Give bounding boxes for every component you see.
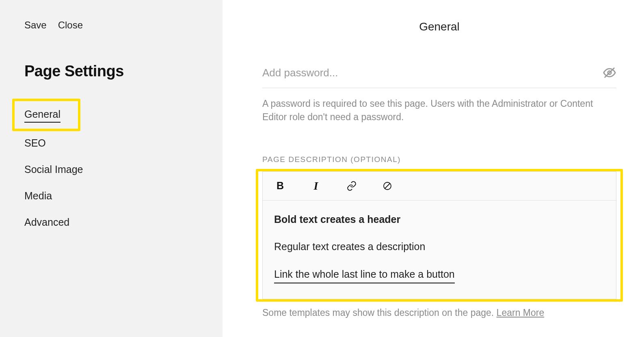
- page-title: Page Settings: [24, 63, 198, 80]
- editor-bold-line: Bold text creates a header: [274, 212, 605, 227]
- clear-icon: [383, 181, 392, 191]
- sidebar: Save Close Page Settings General SEO Soc…: [0, 0, 223, 337]
- link-icon: [346, 181, 357, 191]
- password-row: [262, 66, 616, 88]
- svg-line-3: [385, 184, 390, 188]
- editor-toolbar: B I: [263, 172, 616, 201]
- eye-off-icon[interactable]: [603, 66, 616, 80]
- editor-link-line: Link the whole last line to make a butto…: [274, 267, 455, 284]
- link-button[interactable]: [346, 180, 358, 192]
- italic-button[interactable]: I: [310, 180, 322, 192]
- editor-regular-line: Regular text creates a description: [274, 239, 605, 255]
- password-input[interactable]: [262, 67, 603, 79]
- close-button[interactable]: Close: [58, 19, 83, 31]
- top-actions: Save Close: [24, 19, 198, 31]
- main-header: General: [262, 0, 616, 33]
- clear-format-button[interactable]: [381, 180, 393, 192]
- nav-item-media[interactable]: Media: [24, 190, 52, 202]
- save-button[interactable]: Save: [24, 19, 47, 31]
- nav-item-advanced[interactable]: Advanced: [24, 216, 69, 228]
- description-editor: B I Bold text creates a header: [262, 171, 616, 300]
- nav-item-general[interactable]: General: [24, 108, 61, 123]
- learn-more-link[interactable]: Learn More: [497, 307, 545, 318]
- editor-body[interactable]: Bold text creates a header Regular text …: [263, 201, 616, 299]
- nav-item-seo[interactable]: SEO: [24, 137, 46, 149]
- description-section-label: PAGE DESCRIPTION (OPTIONAL): [262, 155, 616, 164]
- nav-item-social-image[interactable]: Social Image: [24, 164, 83, 175]
- bold-button[interactable]: B: [274, 180, 286, 192]
- sidebar-nav: General SEO Social Image Media Advanced: [24, 108, 198, 228]
- description-editor-wrap: B I Bold text creates a header: [262, 171, 616, 300]
- password-help-text: A password is required to see this page.…: [262, 97, 616, 124]
- description-footer-help: Some templates may show this description…: [262, 307, 616, 318]
- main-panel: General A password is required to see th…: [223, 0, 644, 337]
- footer-help-text: Some templates may show this description…: [262, 307, 497, 318]
